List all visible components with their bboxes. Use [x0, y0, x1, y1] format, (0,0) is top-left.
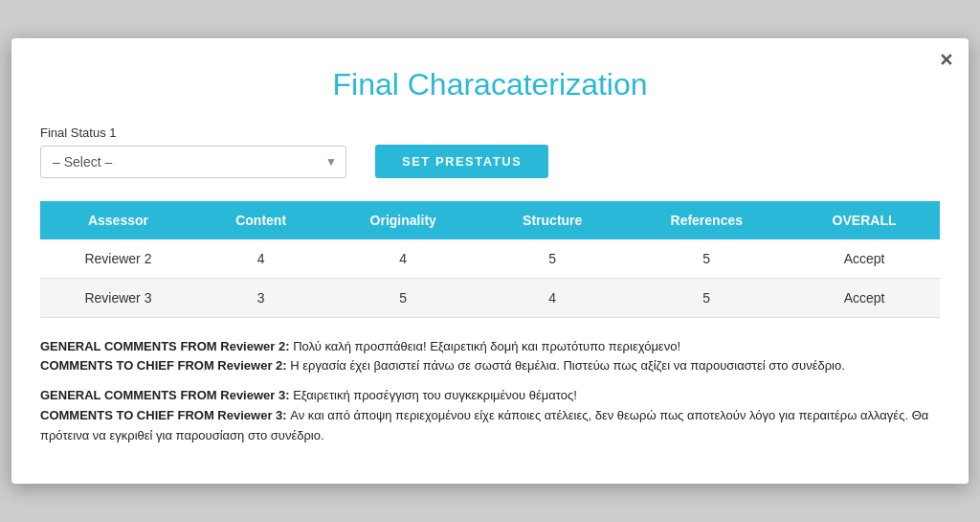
comment-label: COMMENTS TO CHIEF FROM Reviewer 2:: [40, 358, 287, 373]
comment-label: GENERAL COMMENTS FROM Reviewer 3:: [40, 388, 290, 402]
table-header-cell: Assessor: [40, 201, 196, 239]
table-row: Reviewer 24455Accept: [40, 239, 940, 279]
close-button[interactable]: ✕: [939, 50, 953, 71]
status-form-group: Final Status 1 – Select – ▼: [40, 125, 346, 178]
table-cell-structure: 4: [480, 278, 624, 317]
table-header-cell: Originality: [325, 201, 480, 239]
table-cell-structure: 5: [480, 239, 624, 279]
comment-block: GENERAL COMMENTS FROM Reviewer 2: Πολύ κ…: [40, 337, 940, 377]
comment-line: COMMENTS TO CHIEF FROM Reviewer 3: Αν κα…: [40, 406, 940, 446]
select-wrapper: – Select – ▼: [40, 146, 346, 178]
status-label: Final Status 1: [40, 125, 346, 140]
table-header-cell: Content: [196, 201, 326, 239]
table-cell-assessor: Reviewer 2: [40, 239, 196, 279]
table-body: Reviewer 24455AcceptReviewer 33545Accept: [40, 239, 940, 318]
modal-container: ✕ Final Characaterization Final Status 1…: [11, 38, 969, 485]
comment-label: COMMENTS TO CHIEF FROM Reviewer 3:: [40, 408, 287, 422]
comment-line: GENERAL COMMENTS FROM Reviewer 2: Πολύ κ…: [40, 337, 940, 357]
comment-line: GENERAL COMMENTS FROM Reviewer 3: Εξαιρε…: [40, 386, 940, 406]
status-select[interactable]: – Select –: [40, 146, 346, 178]
table-cell-references: 5: [624, 278, 789, 317]
table-cell-assessor: Reviewer 3: [40, 278, 196, 317]
comment-line: COMMENTS TO CHIEF FROM Reviewer 2: Η εργ…: [40, 356, 940, 376]
form-section: Final Status 1 – Select – ▼ SET PRESTATU…: [40, 125, 940, 178]
prestatus-button[interactable]: SET PRESTATUS: [375, 145, 548, 178]
table-cell-content: 4: [196, 239, 326, 279]
table-row: Reviewer 33545Accept: [40, 278, 940, 317]
table-cell-overall: Accept: [789, 239, 940, 279]
assessor-table: AssessorContentOriginalityStructureRefer…: [40, 201, 940, 318]
table-cell-content: 3: [196, 278, 326, 317]
comments-section: GENERAL COMMENTS FROM Reviewer 2: Πολύ κ…: [40, 337, 940, 446]
table-header-cell: References: [624, 201, 789, 239]
table-cell-originality: 5: [325, 278, 480, 317]
table-cell-overall: Accept: [789, 278, 940, 317]
table-header-row: AssessorContentOriginalityStructureRefer…: [40, 201, 940, 239]
comment-label: GENERAL COMMENTS FROM Reviewer 2:: [40, 339, 290, 353]
table-header-cell: Structure: [480, 201, 624, 239]
table-header: AssessorContentOriginalityStructureRefer…: [40, 201, 940, 239]
table-cell-references: 5: [624, 239, 789, 279]
table-cell-originality: 4: [325, 239, 480, 279]
modal-title: Final Characaterization: [40, 67, 940, 102]
table-header-cell: OVERALL: [789, 201, 940, 239]
comment-block: GENERAL COMMENTS FROM Reviewer 3: Εξαιρε…: [40, 386, 940, 445]
